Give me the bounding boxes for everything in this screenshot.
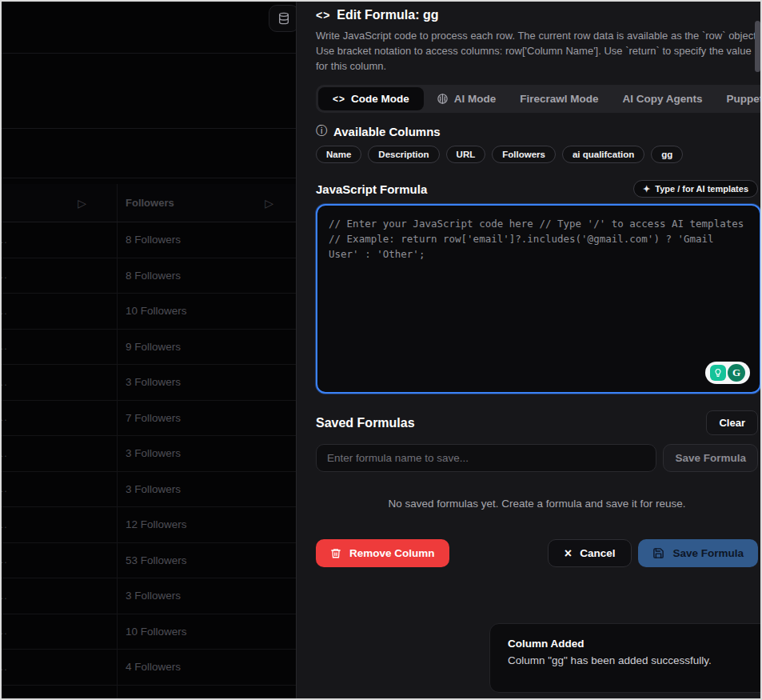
truncated-cell: .. bbox=[0, 507, 117, 542]
tab-label: Code Mode bbox=[351, 93, 409, 105]
formula-heading: JavaScript Formula bbox=[316, 182, 427, 196]
column-chip[interactable]: Followers bbox=[492, 146, 556, 163]
truncated-cell: .. bbox=[0, 650, 117, 685]
truncated-cell: .. bbox=[0, 294, 117, 329]
column-chips: Name Description URL Followers ai qualif… bbox=[316, 146, 758, 163]
ai-templates-button[interactable]: ✦ Type / for AI templates bbox=[633, 180, 758, 198]
suggestion-bulb-icon bbox=[710, 365, 726, 381]
column-chip[interactable]: URL bbox=[446, 146, 486, 163]
save-formula-label: Save Formula bbox=[672, 547, 744, 559]
formula-name-input[interactable] bbox=[316, 444, 656, 472]
panel-description: Write JavaScript code to process each ro… bbox=[316, 28, 762, 74]
table-row[interactable]: ..4 Followers bbox=[0, 650, 296, 686]
table-row[interactable]: ..53 Followers bbox=[0, 543, 296, 579]
background-table-region: ▷ Followers ▷ ..8 Followers ..8 Follower… bbox=[0, 0, 296, 700]
tab-label: Firecrawl Mode bbox=[520, 93, 598, 105]
followers-cell: 12 Followers bbox=[117, 507, 296, 542]
code-icon: <> bbox=[316, 9, 330, 22]
database-button[interactable] bbox=[269, 5, 299, 32]
table-row[interactable]: ..3 Followers bbox=[0, 436, 296, 472]
truncated-cell: .. bbox=[0, 614, 117, 650]
formula-editor: G bbox=[316, 204, 761, 394]
brain-icon bbox=[437, 93, 449, 105]
followers-cell: 4 Followers bbox=[117, 650, 296, 685]
truncated-cell: .. bbox=[0, 578, 117, 614]
save-icon bbox=[652, 547, 664, 559]
tab-label: Puppeteer Mode bbox=[727, 93, 762, 105]
truncated-cell: .. bbox=[0, 401, 117, 436]
table-row[interactable]: ..10 Followers bbox=[0, 294, 296, 330]
remove-column-label: Remove Column bbox=[349, 547, 435, 559]
followers-cell: 3 Followers bbox=[117, 472, 296, 507]
followers-cell: 3 Followers bbox=[117, 365, 296, 400]
followers-cell: 10 Followers bbox=[117, 614, 296, 650]
column-chip[interactable]: ai qualifcation bbox=[562, 146, 644, 163]
table-row[interactable]: ..3 Followers bbox=[0, 578, 296, 614]
column-chip[interactable]: Name bbox=[316, 146, 361, 163]
truncated-cell: .. bbox=[0, 543, 117, 578]
truncated-cell: .. bbox=[0, 330, 117, 365]
tab-puppeteer-mode[interactable]: Puppeteer Mode bbox=[716, 87, 762, 110]
tab-code-mode[interactable]: <> Code Mode bbox=[318, 87, 424, 110]
tab-label: AI Mode bbox=[454, 93, 497, 105]
divider bbox=[0, 178, 296, 178]
followers-cell: 3 Followers bbox=[117, 686, 296, 700]
available-columns-heading: Available Columns bbox=[333, 125, 441, 138]
followers-cell: 3 Followers bbox=[117, 578, 296, 614]
table-row[interactable]: ..7 Followers bbox=[0, 401, 296, 437]
save-formula-secondary-button[interactable]: Save Formula bbox=[663, 444, 758, 472]
database-icon bbox=[277, 12, 290, 25]
followers-column-header[interactable]: Followers bbox=[126, 197, 265, 209]
followers-cell: 7 Followers bbox=[117, 401, 296, 436]
panel-title: Edit Formula: gg bbox=[337, 8, 438, 22]
trash-icon bbox=[330, 547, 341, 559]
code-icon: <> bbox=[333, 94, 345, 105]
table-row[interactable]: ..12 Followers bbox=[0, 507, 296, 543]
table-row[interactable]: ..9 Followers bbox=[0, 330, 296, 366]
scrollbar-thumb[interactable] bbox=[755, 21, 760, 72]
column-chip[interactable]: gg bbox=[651, 146, 683, 163]
table-row[interactable]: ..8 Followers bbox=[0, 222, 296, 258]
divider bbox=[0, 128, 296, 129]
followers-cell: 3 Followers bbox=[117, 436, 296, 471]
toast-message: Column "gg" has been added successfully. bbox=[508, 654, 762, 666]
table-row[interactable]: ..3 Followers bbox=[0, 365, 296, 401]
run-column-icon[interactable]: ▷ bbox=[265, 197, 273, 210]
cancel-label: Cancel bbox=[580, 547, 615, 559]
table-row[interactable]: ..3 Followers bbox=[0, 686, 296, 700]
grammarly-widget[interactable]: G bbox=[705, 362, 750, 384]
table-row[interactable]: ..3 Followers bbox=[0, 472, 296, 508]
app-window: ▷ Followers ▷ ..8 Followers ..8 Follower… bbox=[0, 0, 762, 700]
toast-notification[interactable]: Column Added Column "gg" has been added … bbox=[489, 623, 762, 693]
column-chip[interactable]: Description bbox=[368, 146, 439, 163]
truncated-cell: .. bbox=[0, 365, 117, 400]
edit-formula-panel: <> Edit Formula: gg Write JavaScript cod… bbox=[296, 0, 762, 700]
table-row[interactable]: ..10 Followers bbox=[0, 614, 296, 650]
remove-column-button[interactable]: Remove Column bbox=[316, 539, 449, 567]
followers-cell: 8 Followers bbox=[117, 222, 296, 258]
run-column-icon[interactable]: ▷ bbox=[78, 197, 86, 210]
tab-label: AI Copy Agents bbox=[623, 93, 703, 105]
table-header-row: ▷ Followers ▷ bbox=[0, 184, 296, 222]
save-formula-button[interactable]: Save Formula bbox=[638, 539, 758, 567]
divider bbox=[0, 53, 296, 54]
formula-code-input[interactable] bbox=[317, 206, 760, 392]
clear-button[interactable]: Clear bbox=[706, 410, 758, 435]
close-icon: × bbox=[565, 547, 572, 560]
info-icon: ⓘ bbox=[316, 124, 327, 138]
followers-cell: 9 Followers bbox=[117, 330, 296, 365]
saved-formulas-heading: Saved Formulas bbox=[316, 416, 415, 430]
grammarly-icon: G bbox=[728, 364, 745, 382]
cancel-button[interactable]: × Cancel bbox=[548, 539, 632, 567]
tab-ai-mode[interactable]: AI Mode bbox=[425, 87, 508, 110]
tab-ai-copy-agents[interactable]: AI Copy Agents bbox=[612, 87, 714, 110]
table-row[interactable]: ..8 Followers bbox=[0, 258, 296, 294]
sparkle-icon: ✦ bbox=[643, 184, 650, 194]
tab-firecrawl-mode[interactable]: Firecrawl Mode bbox=[509, 87, 609, 110]
data-table: ▷ Followers ▷ ..8 Followers ..8 Follower… bbox=[0, 184, 296, 700]
empty-state-text: No saved formulas yet. Create a formula … bbox=[316, 498, 758, 510]
followers-cell: 53 Followers bbox=[117, 543, 296, 578]
ai-templates-label: Type / for AI templates bbox=[655, 184, 748, 194]
followers-cell: 10 Followers bbox=[117, 294, 296, 329]
truncated-cell: .. bbox=[0, 472, 117, 507]
